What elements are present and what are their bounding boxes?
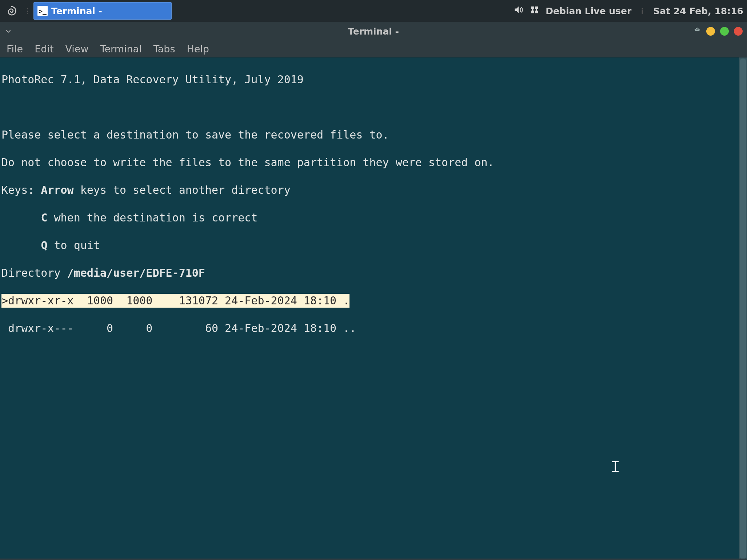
window-maximize-button[interactable] [720, 27, 729, 36]
terminal-text-content[interactable]: PhotoRec 7.1, Data Recovery Utility, Jul… [0, 57, 739, 560]
panel-datetime[interactable]: Sat 24 Feb, 18:16 [653, 6, 743, 16]
network-wired-icon[interactable] [530, 5, 540, 17]
window-close-button[interactable] [734, 27, 743, 36]
scrollbar-thumb[interactable] [740, 59, 746, 559]
window-bottom-edge [0, 559, 747, 560]
menu-view[interactable]: View [65, 43, 88, 55]
menu-terminal[interactable]: Terminal [100, 43, 142, 55]
window-ontop-icon[interactable] [693, 27, 701, 36]
terminal-line: Keys: Arrow keys to select another direc… [1, 183, 739, 197]
terminal-line: PhotoRec 7.1, Data Recovery Utility, Jul… [1, 73, 739, 87]
window-title: Terminal - [348, 26, 399, 37]
terminal-line: Directory /media/user/EDFE-710F [1, 266, 739, 280]
window-menubar: File Edit View Terminal Tabs Help [0, 41, 747, 57]
menu-tabs[interactable]: Tabs [153, 43, 175, 55]
directory-row-selected[interactable]: >drwxr-xr-x 1000 1000 131072 24-Feb-2024… [1, 294, 739, 308]
panel-separator: ⋮ [23, 7, 33, 15]
terminal-line: C when the destination is correct [1, 211, 739, 225]
volume-icon[interactable] [514, 5, 524, 17]
terminal-icon: >_ [37, 6, 48, 16]
panel-user-label[interactable]: Debian Live user [546, 6, 631, 16]
menu-file[interactable]: File [7, 43, 23, 55]
terminal-line: Do not choose to write the files to the … [1, 156, 739, 169]
terminal-window: Terminal - File Edit View Terminal Tabs … [0, 22, 747, 560]
terminal-viewport[interactable]: PhotoRec 7.1, Data Recovery Utility, Jul… [0, 57, 747, 560]
directory-row[interactable]: drwxr-x--- 0 0 60 24-Feb-2024 18:10 .. [1, 321, 739, 335]
menu-help[interactable]: Help [187, 43, 209, 55]
window-menu-chevron[interactable] [4, 27, 15, 35]
terminal-line: Please select a destination to save the … [1, 128, 739, 142]
taskbar-item-label: Terminal - [51, 6, 102, 16]
terminal-line: Q to quit [1, 239, 739, 252]
taskbar-item-terminal[interactable]: >_ Terminal - [33, 2, 172, 20]
applications-menu-button[interactable] [0, 0, 23, 22]
terminal-scrollbar[interactable] [739, 57, 747, 560]
chevron-down-icon [4, 27, 12, 35]
terminal-line [1, 100, 739, 114]
menu-edit[interactable]: Edit [35, 43, 53, 55]
panel-separator-2: ⋮ [637, 7, 647, 15]
window-minimize-button[interactable] [706, 27, 715, 36]
desktop-top-panel: ⋮ >_ Terminal - Debian Live user ⋮ Sat 2… [0, 0, 747, 22]
window-titlebar[interactable]: Terminal - [0, 22, 747, 41]
debian-swirl-icon [5, 5, 17, 17]
